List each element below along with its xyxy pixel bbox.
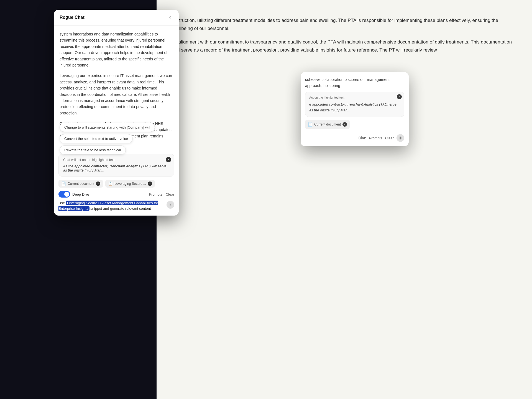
deep-dive-toggle[interactable]: Deep Dive xyxy=(58,191,89,198)
input-suffix: snippet and generate relevant content xyxy=(90,206,151,211)
secondary-toolbar: Dive Prompts Clear xyxy=(305,132,404,142)
secondary-context-label: Act on the highlighted text xyxy=(309,95,400,100)
bg-doc-para-1: instruction, utilizing different treatme… xyxy=(173,17,515,33)
secondary-deep-dive-label: Dive xyxy=(359,135,366,141)
send-button[interactable] xyxy=(167,201,174,209)
doc-icon-0: 📄 xyxy=(61,181,66,186)
close-button[interactable]: × xyxy=(167,14,173,21)
attachment-label-0: Current document xyxy=(68,182,94,186)
secondary-close-btn[interactable]: × xyxy=(397,94,402,99)
secondary-body-text: cohesive collaboration b scores our mana… xyxy=(305,77,390,88)
chat-para-1: system integrations and data normalizati… xyxy=(60,31,173,68)
doc-icon-1: 📋 xyxy=(108,181,113,186)
attachment-remove-0[interactable]: × xyxy=(96,181,100,186)
secondary-clear-button[interactable]: Clear xyxy=(385,136,394,140)
doc-right-panel: instruction, utilizing different treatme… xyxy=(157,0,532,399)
secondary-body: cohesive collaboration b scores our mana… xyxy=(301,72,409,146)
secondary-send-button[interactable] xyxy=(397,134,404,142)
doc-icon: 📄 xyxy=(308,121,313,127)
input-prefix: Use xyxy=(58,201,65,205)
attachments-row: 📄 Current document × 📋 Leveraging Secure… xyxy=(58,180,174,188)
secondary-context-text: e appointed contractor, Trenchant Analyt… xyxy=(309,102,400,113)
context-banner-close-btn[interactable]: × xyxy=(166,157,171,162)
chat-text-input[interactable]: Use Leveraging Secure IT Asset Managemen… xyxy=(58,200,164,211)
prompt-suggestions-popup: Change to will statements starting with … xyxy=(60,123,155,155)
attachment-label-1: Leveraging Secure ... xyxy=(114,182,146,186)
bg-doc-para-2: In alignment with our commitment to tran… xyxy=(173,38,515,54)
secondary-context-banner: × Act on the highlighted text e appointe… xyxy=(305,92,404,117)
secondary-chat-window: cohesive collaboration b scores our mana… xyxy=(301,72,409,146)
prompt-chip-0[interactable]: Change to will statements starting with … xyxy=(60,123,155,132)
context-banner-text: As the appointed contractor, Trenchant A… xyxy=(63,164,170,172)
clear-button[interactable]: Clear xyxy=(166,192,174,196)
toggle-knob xyxy=(64,192,69,197)
main-chat-window: Rogue Chat × system integrations and dat… xyxy=(54,10,179,216)
context-banner: × Chat will act on the highlighted text … xyxy=(58,154,174,177)
prompt-chip-2[interactable]: Rewrite the text to be less technical xyxy=(60,145,126,155)
chat-title: Rogue Chat xyxy=(60,15,85,20)
chat-input-area: × Chat will act on the highlighted text … xyxy=(54,149,179,216)
chat-header: Rogue Chat × xyxy=(54,10,179,25)
toggle-switch[interactable] xyxy=(58,191,70,198)
chat-para-2: Leveraging our expertise in secure IT as… xyxy=(60,73,173,116)
input-row: Use Leveraging Secure IT Asset Managemen… xyxy=(58,200,174,211)
secondary-attachment-chip[interactable]: 📄 Current document × xyxy=(305,120,350,129)
toolbar-actions: Prompts Clear xyxy=(149,192,174,196)
attachment-remove-1[interactable]: × xyxy=(148,181,152,186)
prompts-button[interactable]: Prompts xyxy=(149,192,162,196)
prompt-chip-1[interactable]: Convert the selected text to active voic… xyxy=(60,134,133,143)
secondary-prompts-button[interactable]: Prompts xyxy=(369,136,382,140)
secondary-attachment-label: Current document xyxy=(314,122,341,127)
secondary-attachment-remove[interactable]: × xyxy=(342,122,347,127)
toolbar-row: Deep Dive Prompts Clear xyxy=(58,191,174,198)
deep-dive-label: Deep Dive xyxy=(72,192,89,196)
context-banner-label: Chat will act on the highlighted text xyxy=(63,158,170,162)
attachment-chip-1[interactable]: 📋 Leveraging Secure ... × xyxy=(105,180,155,188)
secondary-attachments-row: 📄 Current document × xyxy=(305,120,404,129)
attachment-chip-0[interactable]: 📄 Current document × xyxy=(58,180,103,188)
